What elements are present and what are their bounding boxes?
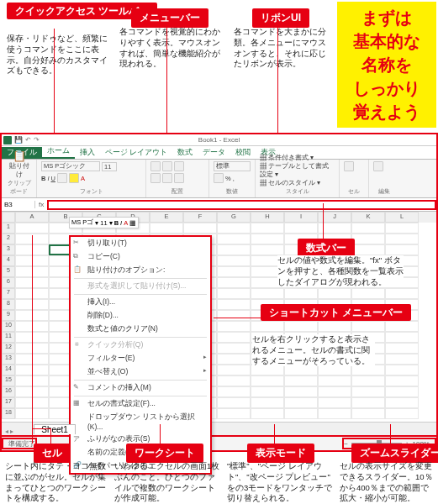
row-header[interactable]: 5: [2, 266, 15, 277]
editing-icon[interactable]: [373, 161, 383, 171]
sheet-tab[interactable]: Sheet1: [34, 424, 76, 434]
mini-border-icon[interactable]: ▦: [129, 219, 136, 227]
quick-access-toolbar[interactable]: 💾 ↶ ↷: [3, 134, 40, 146]
align-icon[interactable]: [150, 161, 161, 171]
align-icon[interactable]: [174, 161, 184, 171]
connector: [50, 428, 51, 444]
align-icon[interactable]: [162, 161, 172, 171]
table-format[interactable]: ▦ テーブルとして書式設定 ▾: [260, 162, 335, 179]
align-icon[interactable]: [174, 173, 184, 183]
connector: [32, 235, 33, 444]
underline-icon[interactable]: U: [51, 175, 55, 182]
ctx-item[interactable]: 形式を選択して貼り付け(S)...: [71, 280, 210, 293]
row-header[interactable]: 1: [2, 223, 15, 234]
ctx-item[interactable]: 📋貼り付けのオプション:: [71, 264, 210, 277]
ctx-item[interactable]: ⧉コピー(C): [71, 250, 210, 264]
row-header[interactable]: 12: [2, 343, 15, 354]
ctx-item[interactable]: ✎コメントの挿入(M): [71, 381, 210, 395]
row-header[interactable]: 2: [2, 234, 15, 244]
ctx-item[interactable]: 数式と値のクリア(N): [71, 323, 210, 336]
ctx-item[interactable]: ▦セルの書式設定(F)...: [71, 397, 210, 411]
fx-button[interactable]: fx: [35, 201, 47, 208]
align-icon[interactable]: [150, 173, 161, 183]
ctx-item[interactable]: ドロップダウン リストから選択(K)...: [71, 411, 210, 433]
row-header[interactable]: 8: [2, 299, 15, 310]
fill-icon[interactable]: [69, 173, 79, 183]
ctx-item[interactable]: 並べ替え(O): [71, 365, 210, 379]
mini-italic-icon[interactable]: I: [120, 219, 122, 227]
mini-bold-icon[interactable]: B: [114, 219, 119, 227]
align-icon[interactable]: [162, 173, 172, 183]
cell-style[interactable]: ▦ セルのスタイル ▾: [260, 179, 335, 187]
row-header[interactable]: 10: [2, 321, 15, 332]
row-header[interactable]: 15: [2, 375, 15, 386]
col-header[interactable]: G: [217, 212, 251, 223]
connector: [274, 424, 275, 444]
tab-insert[interactable]: 挿入: [75, 147, 100, 159]
tab-formulas[interactable]: 数式: [172, 147, 198, 159]
ctx-item[interactable]: 削除(D)...: [71, 309, 210, 323]
sheet-nav[interactable]: ◂ ▸: [2, 428, 17, 435]
row-header[interactable]: 3: [2, 244, 15, 255]
name-box[interactable]: B3: [2, 201, 35, 208]
row-header[interactable]: 16: [2, 386, 15, 397]
tab-data[interactable]: データ: [198, 147, 230, 159]
ctx-item[interactable]: 挿入(I)...: [71, 296, 210, 309]
col-header[interactable]: I: [284, 212, 318, 223]
ctx-item[interactable]: ✂切り取り(T): [71, 237, 210, 250]
fontcolor-icon[interactable]: A: [81, 175, 85, 182]
titlebar: 💾 ↶ ↷ Book1 - Excel: [2, 134, 436, 146]
connector: [166, 22, 167, 146]
font-name[interactable]: MS Pゴシック: [41, 161, 100, 171]
cells-icon[interactable]: [344, 161, 354, 171]
redo-icon[interactable]: ↷: [34, 134, 40, 146]
row-header[interactable]: 18: [2, 408, 15, 419]
font-size[interactable]: 11: [102, 162, 117, 171]
col-header[interactable]: F: [183, 212, 217, 223]
col-header[interactable]: A: [15, 212, 49, 223]
percent-icon[interactable]: %: [225, 175, 231, 182]
comma-icon[interactable]: ,: [233, 175, 235, 182]
col-header[interactable]: E: [150, 212, 183, 223]
group-editing-label: 編集: [373, 187, 394, 196]
ctx-item[interactable]: ⨳クイック分析(Q): [71, 339, 210, 352]
row-header[interactable]: 7: [2, 288, 15, 299]
italic-icon[interactable]: I: [47, 175, 49, 182]
bold-icon[interactable]: B: [41, 175, 45, 182]
row-header[interactable]: 4: [2, 255, 15, 266]
formula-input[interactable]: [47, 200, 436, 210]
row-header[interactable]: 17: [2, 397, 15, 408]
excel-icon: [3, 136, 12, 144]
save-icon[interactable]: 💾: [14, 134, 23, 146]
row-header[interactable]: 9: [2, 310, 15, 321]
currency-icon[interactable]: [214, 173, 224, 183]
col-header[interactable]: H: [251, 212, 284, 223]
row-header[interactable]: 14: [2, 365, 15, 375]
number-format[interactable]: 標準: [214, 161, 251, 171]
connector: [32, 428, 50, 429]
ctx-item-icon: ✎: [73, 383, 82, 391]
paste-icon[interactable]: 📋: [6, 150, 32, 162]
border-icon[interactable]: [57, 173, 67, 183]
ribbon-align: 配置: [146, 160, 209, 197]
select-all[interactable]: [2, 212, 15, 223]
mini-size[interactable]: 11: [100, 219, 107, 227]
tab-layout[interactable]: ページ レイアウト: [100, 147, 172, 159]
ribbon-styles: ▦ 条件付き書式 ▾ ▦ テーブルとして書式設定 ▾ ▦ セルのスタイル ▾ ス…: [256, 160, 340, 197]
undo-icon[interactable]: ↶: [25, 134, 31, 146]
col-header[interactable]: L: [385, 212, 419, 223]
worksheet-label: ワークシート: [126, 444, 203, 463]
ctx-item[interactable]: フィルター(E): [71, 352, 210, 365]
tab-review[interactable]: 校閲: [230, 147, 256, 159]
zoom-out-icon[interactable]: −: [344, 440, 348, 448]
row-header[interactable]: 11: [2, 332, 15, 343]
cond-format[interactable]: ▦ 条件付き書式 ▾: [260, 154, 335, 162]
mini-toolbar[interactable]: MS Pゴ▾ 11▾ B I A ▦: [69, 217, 139, 228]
mini-font[interactable]: MS Pゴ: [71, 218, 93, 227]
hero-callout: まずは 基本的な 名称を しっかり 覚えよう: [337, 2, 436, 128]
mini-color-icon[interactable]: A: [124, 219, 128, 227]
tab-home[interactable]: ホーム: [42, 145, 75, 159]
row-header[interactable]: 13: [2, 354, 15, 365]
col-header[interactable]: K: [351, 212, 385, 223]
row-header[interactable]: 6: [2, 277, 15, 288]
